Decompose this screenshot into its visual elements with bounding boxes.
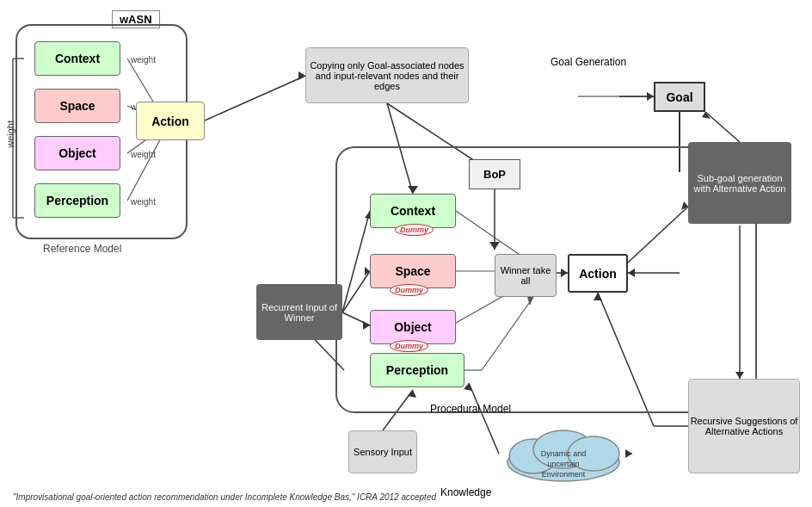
space-proc-node: Space Dummy (370, 254, 456, 288)
object-proc-node: Object Dummy (370, 310, 456, 344)
sensory-input-box: Sensory Input (348, 430, 417, 473)
ref-model-label: Reference Model (43, 243, 121, 255)
winner-box: Winner take all (495, 254, 557, 297)
context-dummy-label: Dummy (395, 224, 434, 236)
diagram-container: weight weight weight weight (0, 0, 812, 507)
action-ref-node: Action (136, 102, 205, 140)
space-ref-node: Space (34, 89, 120, 123)
svg-text:Dynamic and: Dynamic and (541, 449, 587, 458)
svg-line-48 (705, 112, 740, 142)
object-dummy-label: Dummy (390, 340, 428, 352)
svg-text:Environment: Environment (542, 470, 586, 479)
perception-ref-node: Perception (34, 183, 120, 218)
citation-label: "Improvisational goal-oriented action re… (13, 492, 436, 502)
copying-box: Copying only Goal-associated nodes and i… (305, 47, 469, 103)
proc-model-label: Procedural Model (430, 403, 511, 415)
goal-box: Goal (654, 82, 705, 112)
svg-marker-12 (298, 71, 305, 80)
context-proc-node: Context Dummy (370, 194, 456, 228)
weight-vertical-label: weight (5, 121, 15, 148)
context-ref-node: Context (34, 41, 120, 76)
perception-proc-node: Perception (370, 353, 464, 387)
knowledge-label: Knowledge (440, 486, 491, 498)
subgoal-box: Sub-goal generation with Alternative Act… (688, 142, 791, 224)
object-ref-node: Object (34, 136, 120, 170)
action-proc-node: Action (568, 254, 628, 293)
goal-generation-label: Goal Generation (551, 56, 626, 68)
recurrent-box: Recurrent Input of Winner (256, 284, 342, 340)
recursive-box: Recursive Suggestions of Alternative Act… (688, 379, 800, 473)
bop-box: BoP (469, 159, 520, 189)
svg-line-11 (205, 76, 305, 121)
svg-text:uncertain: uncertain (547, 460, 579, 468)
space-dummy-label: Dummy (390, 284, 428, 296)
environment-cloud: Dynamic and uncertain Environment (499, 424, 628, 484)
